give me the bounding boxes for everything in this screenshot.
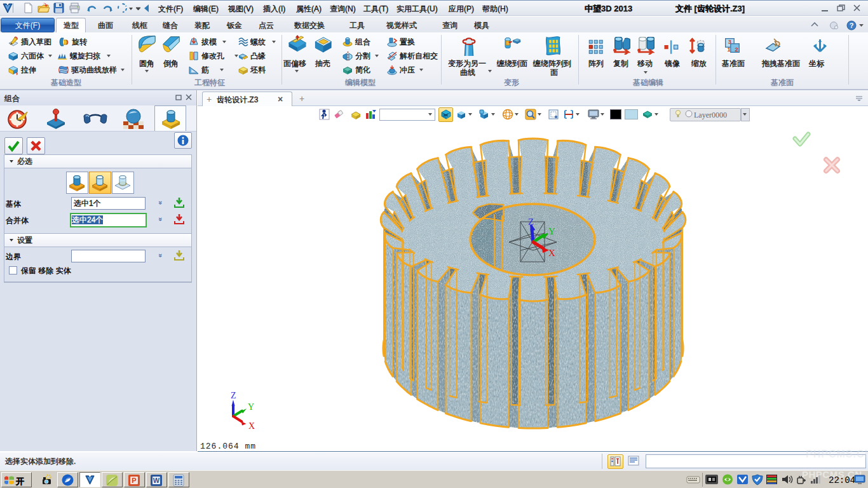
svg-text:X: X (548, 248, 555, 258)
svg-text:?: ? (850, 22, 854, 29)
svg-text:Z: Z (528, 217, 534, 227)
svg-text:1: 1 (727, 46, 730, 53)
svg-text:Z: Z (231, 391, 236, 400)
svg-text:Y: Y (248, 402, 254, 412)
svg-text:P: P (132, 477, 136, 484)
svg-text:X: X (248, 421, 255, 431)
svg-text:W: W (153, 477, 160, 484)
svg-text:Y: Y (548, 226, 555, 236)
svg-text:3: 3 (728, 38, 731, 45)
svg-text:2: 2 (735, 46, 738, 53)
